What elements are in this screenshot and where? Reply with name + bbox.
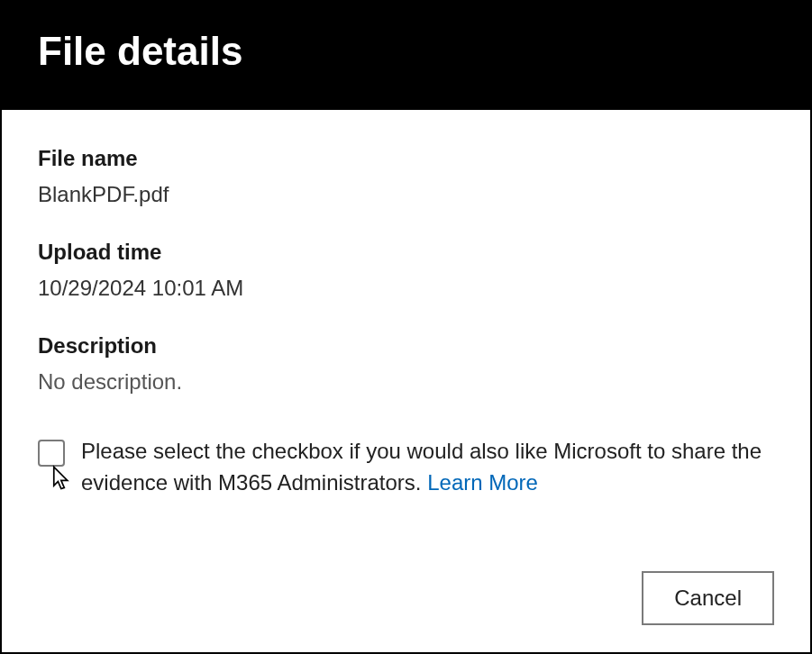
share-evidence-label: Please select the checkbox if you would … bbox=[81, 439, 762, 495]
dialog-content: File name BlankPDF.pdf Upload time 10/29… bbox=[2, 110, 810, 571]
file-name-group: File name BlankPDF.pdf bbox=[38, 146, 774, 207]
cancel-button[interactable]: Cancel bbox=[642, 571, 774, 625]
description-value: No description. bbox=[38, 369, 774, 395]
dialog-header: File details bbox=[2, 2, 810, 110]
file-name-value: BlankPDF.pdf bbox=[38, 182, 774, 207]
cursor-icon bbox=[50, 465, 74, 492]
description-group: Description No description. bbox=[38, 333, 774, 395]
dialog-footer: Cancel bbox=[2, 571, 810, 652]
file-name-label: File name bbox=[38, 146, 774, 171]
upload-time-value: 10/29/2024 10:01 AM bbox=[38, 276, 774, 301]
upload-time-group: Upload time 10/29/2024 10:01 AM bbox=[38, 240, 774, 301]
share-evidence-row: Please select the checkbox if you would … bbox=[38, 436, 774, 499]
description-label: Description bbox=[38, 333, 774, 359]
upload-time-label: Upload time bbox=[38, 240, 774, 265]
share-evidence-checkbox[interactable] bbox=[38, 440, 65, 467]
dialog-title: File details bbox=[38, 29, 774, 74]
share-evidence-text: Please select the checkbox if you would … bbox=[81, 436, 774, 499]
learn-more-link[interactable]: Learn More bbox=[427, 470, 538, 495]
